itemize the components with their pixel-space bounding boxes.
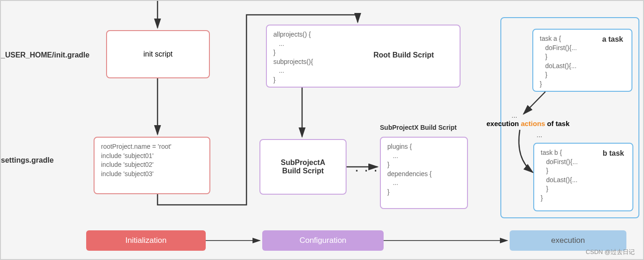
phase-configuration: Configuration [262, 230, 384, 251]
code-settings: rootProject.name = 'root' include 'subje… [95, 138, 178, 183]
box-subproject-a: SubProjectA Build Script [259, 139, 347, 195]
code-task-a: task a { doFirst(){... } doLast(){... } … [533, 30, 583, 94]
text-exec-actions: execution actions of task [486, 120, 569, 127]
text-exec-dots-pre: ... [511, 111, 518, 119]
label-init-gradle: _USER_HOME/init.gradle [1, 51, 89, 59]
label-root-build: Root Build Script [373, 51, 434, 59]
box-task-a: task a { doFirst(){... } doLast(){... } … [532, 29, 632, 92]
code-subproject-x: plugins { ... } dependencies { ... } [381, 138, 438, 202]
box-settings: rootProject.name = 'root' include 'subje… [94, 137, 210, 194]
text-init-script: init script [143, 50, 172, 58]
phase-initialization: Initialization [86, 230, 206, 251]
watermark: CSDN @过去日记 [586, 248, 635, 256]
label-task-a: a task [602, 35, 623, 44]
box-task-b: task b { doFirst(){... } doLast(){... } … [533, 143, 633, 211]
text-exec-dots-post: ... [537, 131, 543, 139]
label-subproject-a: SubProjectA Build Script [281, 159, 325, 175]
text-exec-pre: execution [486, 120, 521, 127]
text-exec-highlight: actions [521, 120, 545, 127]
label-task-b: b task [603, 149, 624, 158]
text-exec-post: of task [545, 120, 570, 127]
ellipsis-icon: . . . [355, 162, 379, 174]
label-settings-gradle: settings.gradle [1, 156, 54, 165]
code-task-b: task b { doFirst(){... } doLast(){... } … [534, 144, 584, 208]
box-root-build: allprojects() { ... } subprojects(){ ...… [266, 25, 461, 88]
box-subproject-x: plugins { ... } dependencies { ... } [380, 137, 468, 209]
label-subproject-x: SubProjectX Build Script [380, 124, 457, 131]
code-root-build: allprojects() { ... } subprojects(){ ...… [267, 25, 320, 89]
box-init-script: init script [106, 30, 210, 78]
